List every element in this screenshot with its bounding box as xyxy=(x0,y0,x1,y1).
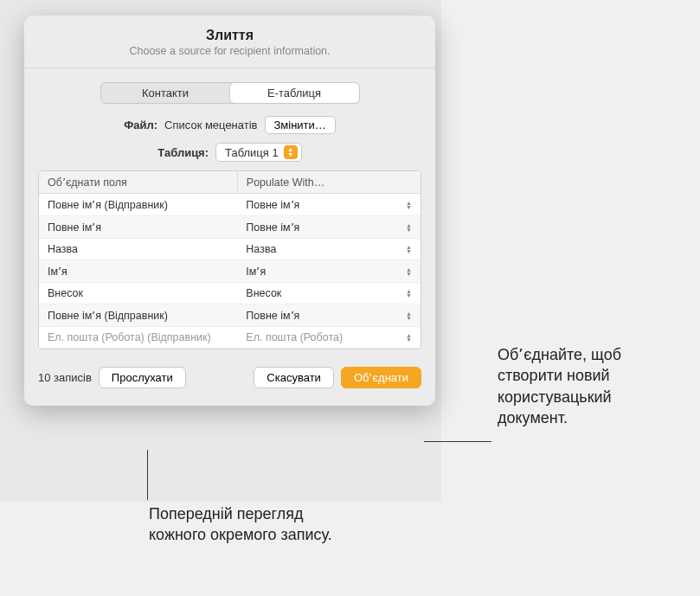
updown-icon: ▲▼ xyxy=(406,201,412,209)
table-row[interactable]: Повне імʼя Повне імʼя▲▼ xyxy=(39,216,421,239)
records-count: 10 записів xyxy=(38,371,92,384)
merge-fields-table: Обʼєднати поля Populate With… Повне імʼя… xyxy=(38,170,421,349)
tab-spreadsheet[interactable]: Е-таблиця xyxy=(230,83,359,103)
dialog-title: Злиття xyxy=(38,28,421,43)
mail-merge-dialog: Злиття Choose a source for recipient inf… xyxy=(24,16,435,406)
file-row: Файл: Список меценатів Змінити… xyxy=(24,116,435,134)
table-row[interactable]: Імʼя Імʼя▲▼ xyxy=(39,260,421,283)
dialog-subtitle: Choose a source for recipient informatio… xyxy=(38,45,421,57)
col-merge-fields[interactable]: Обʼєднати поля xyxy=(39,171,237,194)
table-select-row: Таблиця: Таблиця 1 ▲▼ xyxy=(24,143,435,162)
cancel-button[interactable]: Скасувати xyxy=(254,367,334,388)
dialog-header: Злиття Choose a source for recipient inf… xyxy=(24,16,435,68)
file-name: Список меценатів xyxy=(164,119,257,131)
table-row[interactable]: Ел. пошта (Робота) (Відправник) Ел. пошт… xyxy=(39,327,421,349)
callout-merge: Обʼєднайте, щоб створити новий користува… xyxy=(498,344,679,428)
merge-button[interactable]: Обʼєднати xyxy=(341,367,421,388)
table-popup-value: Таблиця 1 xyxy=(225,146,279,159)
table-row[interactable]: Повне імʼя (Відправник) Повне імʼя▲▼ xyxy=(39,194,421,216)
updown-icon: ▲▼ xyxy=(406,245,412,253)
updown-icon: ▲▼ xyxy=(406,223,412,232)
source-segmented-control[interactable]: Контакти Е-таблиця xyxy=(100,82,360,104)
updown-icon: ▲▼ xyxy=(284,145,298,159)
table-row[interactable]: Назва Назва▲▼ xyxy=(39,239,421,260)
table-row[interactable]: Повне імʼя (Відправник) Повне імʼя▲▼ xyxy=(39,304,421,327)
tab-contacts[interactable]: Контакти xyxy=(101,83,230,103)
updown-icon: ▲▼ xyxy=(406,289,412,298)
table-label: Таблиця: xyxy=(157,146,209,159)
callout-line xyxy=(424,441,491,442)
updown-icon: ▲▼ xyxy=(406,267,412,276)
callout-line xyxy=(147,450,148,500)
table-row[interactable]: Внесок Внесок▲▼ xyxy=(39,283,421,304)
col-populate-with[interactable]: Populate With… xyxy=(237,171,421,194)
dialog-footer: 10 записів Прослухати Скасувати Обʼєднат… xyxy=(24,349,435,392)
updown-icon: ▲▼ xyxy=(406,311,412,320)
updown-icon: ▲▼ xyxy=(406,333,412,342)
table-popup[interactable]: Таблиця 1 ▲▼ xyxy=(215,143,302,162)
callout-preview: Попередній перегляд кожного окремого зап… xyxy=(149,503,348,546)
preview-button[interactable]: Прослухати xyxy=(99,367,186,388)
change-file-button[interactable]: Змінити… xyxy=(265,116,336,134)
file-label: Файл: xyxy=(124,119,157,131)
